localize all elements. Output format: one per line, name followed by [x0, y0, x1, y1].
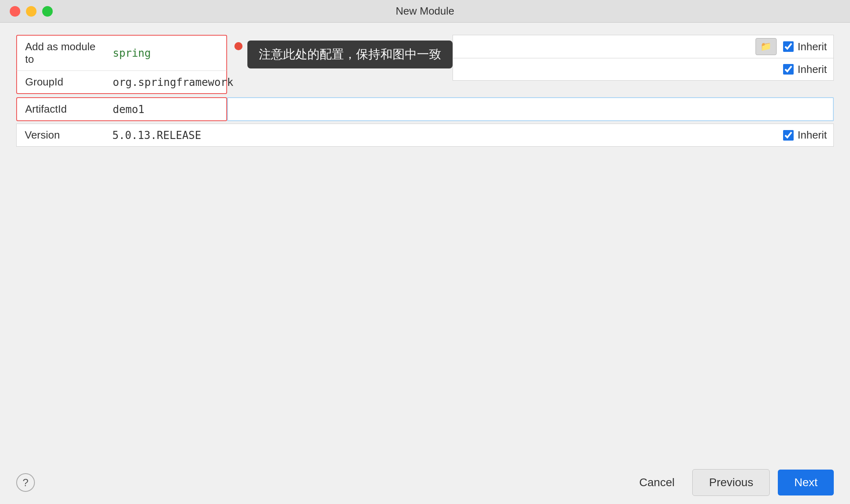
maximize-button[interactable]	[42, 6, 53, 17]
inherit-checkbox-groupid[interactable]	[783, 64, 794, 75]
groupid-input[interactable]	[106, 71, 256, 93]
tooltip-dot	[234, 42, 243, 50]
inherit-group-groupid: Inherit	[783, 63, 827, 76]
left-form-group: Add as module to GroupId	[16, 35, 227, 94]
folder-browse-button[interactable]: 📁	[756, 38, 777, 55]
groupid-right-input[interactable]	[453, 58, 777, 80]
content-area: Add as module to GroupId 注意此处的配置，保持和图中一致	[0, 23, 850, 461]
previous-button[interactable]: Previous	[692, 469, 770, 496]
add-module-input[interactable]	[106, 42, 256, 64]
artifactid-left-box: ArtifactId	[16, 97, 227, 121]
version-input[interactable]	[106, 124, 777, 146]
version-section: Version Inherit	[16, 124, 834, 147]
tooltip-container: 注意此处的配置，保持和图中一致	[234, 35, 453, 68]
inherit-label-groupid: Inherit	[798, 63, 827, 76]
cancel-button[interactable]: Cancel	[629, 470, 684, 495]
add-module-path-input[interactable]	[453, 36, 752, 58]
add-module-row: Add as module to	[16, 35, 227, 70]
inherit-label-version: Inherit	[798, 129, 827, 141]
inherit-checkbox-top[interactable]	[783, 41, 794, 52]
groupid-right-row: Inherit	[453, 58, 834, 81]
minimize-button[interactable]	[26, 6, 36, 17]
folder-icon: 📁	[760, 41, 771, 52]
window-title: New Module	[396, 5, 455, 17]
artifactid-right-box	[227, 97, 834, 121]
add-module-label: Add as module to	[17, 36, 106, 70]
artifactid-right-input[interactable]	[228, 98, 833, 120]
inherit-checkbox-version[interactable]	[783, 130, 794, 141]
right-inputs: 📁 Inherit Inherit	[453, 35, 834, 81]
inherit-group-version: Inherit	[783, 129, 827, 141]
action-buttons: Cancel Previous Next	[629, 469, 834, 496]
title-bar: New Module	[0, 0, 850, 23]
version-row: Version Inherit	[16, 124, 834, 147]
tooltip-bubble: 注意此处的配置，保持和图中一致	[247, 41, 453, 68]
help-button[interactable]: ?	[16, 473, 35, 492]
inherit-group-top: Inherit	[783, 41, 827, 53]
next-button[interactable]: Next	[778, 470, 834, 495]
groupid-row: GroupId	[16, 70, 227, 94]
version-label: Version	[17, 124, 106, 146]
inherit-label-top: Inherit	[798, 41, 827, 53]
window-controls	[10, 6, 53, 17]
close-button[interactable]	[10, 6, 20, 17]
main-window: New Module Add as module to GroupId	[0, 0, 850, 504]
add-module-right-row: 📁 Inherit	[453, 35, 834, 58]
artifactid-section: ArtifactId	[16, 97, 834, 121]
groupid-label: GroupId	[17, 71, 106, 93]
artifactid-label: ArtifactId	[17, 98, 106, 120]
bottom-bar: ? Cancel Previous Next	[0, 461, 850, 504]
